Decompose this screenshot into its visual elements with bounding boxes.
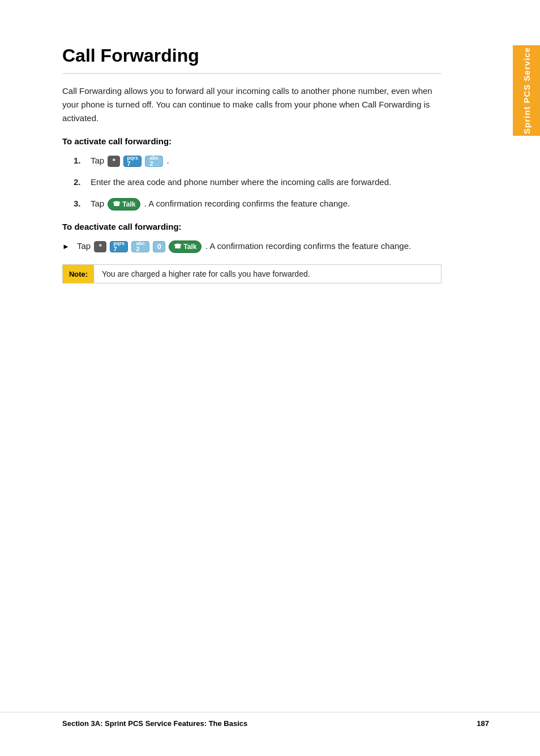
page-container: Sprint PCS Service Call Forwarding Call … xyxy=(0,0,540,756)
key-talk-deactivate: ☎ Talk xyxy=(169,240,202,253)
side-tab: Sprint PCS Service xyxy=(513,45,540,136)
activate-header: To activate call forwarding: xyxy=(62,136,442,146)
step-3: 3. Tap ☎ Talk . A confirmation recording… xyxy=(74,197,442,211)
step-1-tap-label: Tap xyxy=(91,156,106,165)
deactivate-tap-label: Tap xyxy=(77,241,93,251)
step-3-content: Tap ☎ Talk . A confirmation recording co… xyxy=(91,197,442,211)
key-2abc-2: abc 2 xyxy=(131,241,149,252)
step-3-tap-label: Tap xyxy=(91,199,106,208)
step-1-keys: * pqrs 7 abc 2 xyxy=(106,156,164,167)
deactivate-header: To deactivate call forwarding: xyxy=(62,222,442,231)
step-1-number: 1. xyxy=(74,154,85,167)
note-content: You are charged a higher rate for calls … xyxy=(94,265,441,283)
bullet-arrow: ► xyxy=(62,241,70,253)
step-1: 1. Tap * pqrs 7 abc xyxy=(74,154,442,167)
talk-phone-icon: ☎ xyxy=(113,200,121,208)
note-box: Note: You are charged a higher rate for … xyxy=(62,264,442,284)
talk-label: Talk xyxy=(122,200,135,209)
key-0: 0 xyxy=(153,241,165,252)
step-3-number: 3. xyxy=(74,197,85,211)
step-1-content: Tap * pqrs 7 abc 2 xyxy=(91,154,442,167)
key-talk-activate: ☎ Talk xyxy=(108,198,140,211)
step-2: 2. Enter the area code and phone number … xyxy=(74,175,442,189)
key-star-2: * xyxy=(94,241,106,252)
key-star-1: * xyxy=(108,156,120,167)
footer-page-number: 187 xyxy=(477,719,489,728)
intro-text: Call Forwarding allows you to forward al… xyxy=(62,84,442,125)
activate-steps-list: 1. Tap * pqrs 7 abc xyxy=(74,154,442,211)
key-7pqrs-2: pqrs 7 xyxy=(110,241,128,252)
step-2-content: Enter the area code and phone number whe… xyxy=(91,175,442,189)
main-content: Call Forwarding Call Forwarding allows y… xyxy=(0,0,492,346)
side-tab-label: Sprint PCS Service xyxy=(522,47,532,134)
talk-phone-icon-2: ☎ xyxy=(174,242,182,251)
deactivate-content: Tap * pqrs 7 abc 2 xyxy=(77,239,442,253)
step-1-period: . xyxy=(167,156,169,165)
note-label: Note: xyxy=(63,265,94,283)
key-7pqrs-1: pqrs 7 xyxy=(123,156,142,167)
deactivate-suffix: . A confirmation recording confirms the … xyxy=(205,241,412,251)
page-title: Call Forwarding xyxy=(62,45,442,74)
deactivate-keys: * pqrs 7 abc 2 xyxy=(93,240,203,253)
page-footer: Section 3A: Sprint PCS Service Features:… xyxy=(0,712,540,728)
step-2-number: 2. xyxy=(74,175,85,189)
step-3-suffix: . A confirmation recording confirms the … xyxy=(144,199,350,208)
deactivate-step: ► Tap * pqrs 7 abc xyxy=(62,239,442,253)
key-2abc-1: abc 2 xyxy=(145,156,163,167)
footer-section: Section 3A: Sprint PCS Service Features:… xyxy=(62,719,247,728)
talk-label-2: Talk xyxy=(183,242,196,252)
deactivate-list: ► Tap * pqrs 7 abc xyxy=(62,239,442,253)
